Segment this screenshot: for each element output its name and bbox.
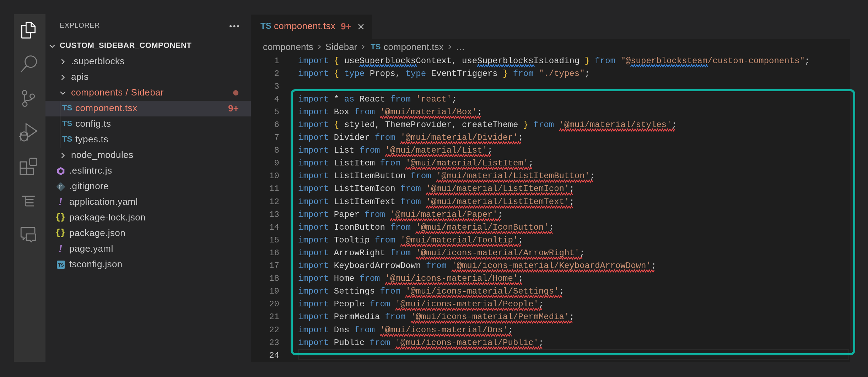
svg-text:TS: TS <box>58 262 64 267</box>
